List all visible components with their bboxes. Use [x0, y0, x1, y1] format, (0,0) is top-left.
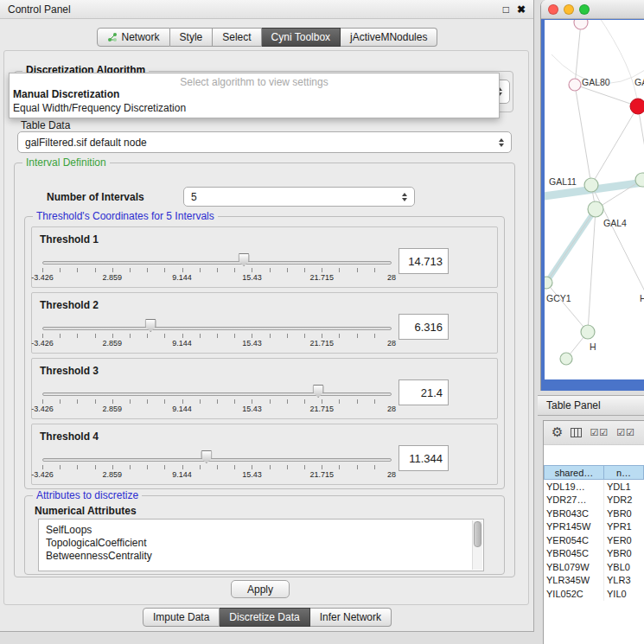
list-item[interactable]: TopologicalCoefficient: [39, 537, 483, 550]
network-node-gal4[interactable]: [588, 201, 603, 217]
table-cell[interactable]: YDR27…: [544, 494, 604, 507]
table-cell[interactable]: YLR3: [604, 574, 644, 588]
tab-label: jActiveMNodules: [350, 31, 427, 43]
table-row[interactable]: YDL19…YDL1: [544, 480, 644, 494]
algorithm-dropdown-popup: Select algorithm to view settings Manual…: [9, 73, 500, 118]
table-cell[interactable]: YDL19…: [544, 480, 604, 494]
zoom-traffic-light[interactable]: [579, 4, 590, 15]
table-cell[interactable]: YPR145W: [544, 520, 604, 534]
network-edge: [575, 85, 638, 106]
numerical-attributes-list[interactable]: SelfLoops TopologicalCoefficient Between…: [38, 519, 484, 571]
tick-label: 28: [387, 273, 396, 282]
threshold-4-slider[interactable]: -3.426 2.859 9.144 15.43 21.715 28: [42, 424, 392, 484]
node-label-gal11: GAL11: [549, 176, 577, 187]
table-cell[interactable]: YER054C: [544, 533, 604, 547]
threshold-4-panel: Threshold 4 -3.426 2.859 9.144 15.43 21.…: [31, 424, 498, 485]
close-icon[interactable]: ✖: [517, 3, 526, 16]
table-row[interactable]: YBL079WYBL0: [544, 560, 644, 574]
table-cell[interactable]: YDR2: [604, 494, 644, 507]
table-cell[interactable]: YBR0: [604, 547, 644, 561]
tab-jactivemnodules[interactable]: jActiveMNodules: [341, 28, 437, 47]
threshold-2-value-field[interactable]: 6.316: [399, 314, 449, 340]
threshold-1-slider[interactable]: -3.426 2.859 9.144 15.43 21.715 28: [42, 227, 392, 287]
tab-cyni-toolbox[interactable]: Cyni Toolbox: [262, 28, 341, 47]
network-node[interactable]: [574, 20, 588, 29]
network-node-gcy1[interactable]: [545, 277, 552, 289]
tick-label: 15.43: [242, 405, 262, 413]
list-item[interactable]: SelfLoops: [39, 524, 483, 537]
scrollbar-thumb[interactable]: [474, 521, 481, 547]
threshold-4-value-field[interactable]: 11.344: [399, 445, 449, 471]
attributes-to-discretize-legend: Attributes to discretize: [33, 490, 142, 501]
tab-style[interactable]: Style: [170, 28, 214, 47]
column-header-shared-name[interactable]: shared…: [544, 465, 604, 480]
list-scrollbar[interactable]: [472, 520, 482, 570]
tab-impute-data[interactable]: Impute Data: [143, 608, 220, 627]
network-node-hap2[interactable]: [581, 325, 595, 339]
table-row[interactable]: YBR045CYBR0: [544, 547, 644, 561]
threshold-coordinates-legend: Threshold's Coordinates for 5 Intervals: [33, 211, 218, 221]
table-cell[interactable]: YBR043C: [544, 507, 604, 520]
tab-discretize-data[interactable]: Discretize Data: [220, 608, 309, 627]
select-columns-icons[interactable]: ☑☑: [616, 427, 635, 438]
threshold-2-panel: Threshold 2 -3.426 2.859 9.144 15.43 21.…: [31, 292, 498, 354]
select-rows-icons[interactable]: ☑☑: [590, 427, 609, 438]
control-panel-titlebar: Control Panel □ ✖: [0, 0, 533, 19]
network-node[interactable]: [560, 353, 572, 365]
table-data-select[interactable]: galFiltered.sif default node: [17, 131, 512, 153]
table-cell[interactable]: YIL052C: [544, 587, 604, 601]
tick-label: 28: [387, 405, 396, 413]
dropdown-item-equal-width-frequency[interactable]: Equal Width/Frequency Discretization: [10, 101, 499, 115]
table-row[interactable]: YIL052CYIL0: [544, 587, 644, 601]
dropdown-item-manual-discretization[interactable]: Manual Discretization: [10, 87, 499, 101]
network-node-gal80[interactable]: [569, 79, 581, 91]
network-node[interactable]: [635, 173, 644, 187]
threshold-3-value-field[interactable]: 21.4: [399, 379, 449, 405]
network-edge: [591, 106, 638, 185]
tick-label: 15.43: [242, 339, 262, 348]
threshold-3-slider[interactable]: -3.426 2.859 9.144 15.43 21.715 28: [42, 359, 392, 418]
slider-track[interactable]: [42, 458, 392, 462]
table-row[interactable]: YBR043CYBR0: [544, 507, 644, 520]
network-node-gal11[interactable]: [584, 178, 598, 192]
table-row[interactable]: YDR27…YDR2: [544, 494, 644, 507]
table-cell[interactable]: YIL0: [604, 587, 644, 601]
threshold-1-value-field[interactable]: 14.713: [399, 248, 449, 274]
list-item[interactable]: BetweennessCentrality: [39, 550, 483, 563]
network-edge: [591, 185, 644, 295]
tick-label: 2.859: [103, 273, 123, 282]
columns-icon[interactable]: [571, 428, 582, 437]
slider-track[interactable]: [42, 261, 392, 265]
table-cell[interactable]: YBL079W: [544, 560, 604, 574]
table-row[interactable]: YER054CYER0: [544, 533, 644, 547]
gear-icon[interactable]: ⚙: [552, 426, 563, 439]
minimize-traffic-light[interactable]: [564, 4, 574, 15]
table-row[interactable]: YPR145WYPR1: [544, 520, 644, 534]
slider-track[interactable]: [42, 392, 392, 396]
table-cell[interactable]: YBL0: [604, 560, 644, 574]
table-panel-title: Table Panel: [546, 399, 601, 411]
table-toolbar: ⚙ ☑☑ ☑☑: [544, 421, 644, 445]
table-cell[interactable]: YBR045C: [544, 547, 604, 561]
table-cell[interactable]: YER0: [604, 533, 644, 547]
table-cell[interactable]: YLR345W: [544, 574, 604, 588]
numerical-attributes-label: Numerical Attributes: [35, 505, 137, 517]
network-canvas[interactable]: GAL80 GA GAL11 GAL4 GCY1 HAP2 H: [545, 20, 644, 379]
tab-label: Network: [122, 31, 160, 43]
tab-infer-network[interactable]: Infer Network: [310, 608, 392, 627]
tab-select[interactable]: Select: [213, 28, 261, 47]
table-cell[interactable]: YPR1: [604, 520, 644, 534]
table-cell[interactable]: YBR0: [604, 507, 644, 520]
slider-tick-labels: -3.426 2.859 9.144 15.43 21.715 28: [42, 470, 392, 480]
table-row[interactable]: YLR345WYLR3: [544, 574, 644, 588]
number-of-intervals-select[interactable]: 5: [183, 187, 415, 207]
tab-network[interactable]: Network: [97, 28, 170, 47]
slider-track[interactable]: [42, 327, 392, 330]
close-traffic-light[interactable]: [548, 4, 558, 15]
table-cell[interactable]: YDL1: [604, 480, 644, 494]
apply-button[interactable]: Apply: [231, 580, 290, 598]
network-node-selected-red[interactable]: [630, 99, 644, 114]
threshold-2-slider[interactable]: -3.426 2.859 9.144 15.43 21.715 28: [42, 293, 392, 353]
float-window-icon[interactable]: □: [503, 3, 509, 16]
column-header-name[interactable]: n…: [604, 465, 644, 480]
